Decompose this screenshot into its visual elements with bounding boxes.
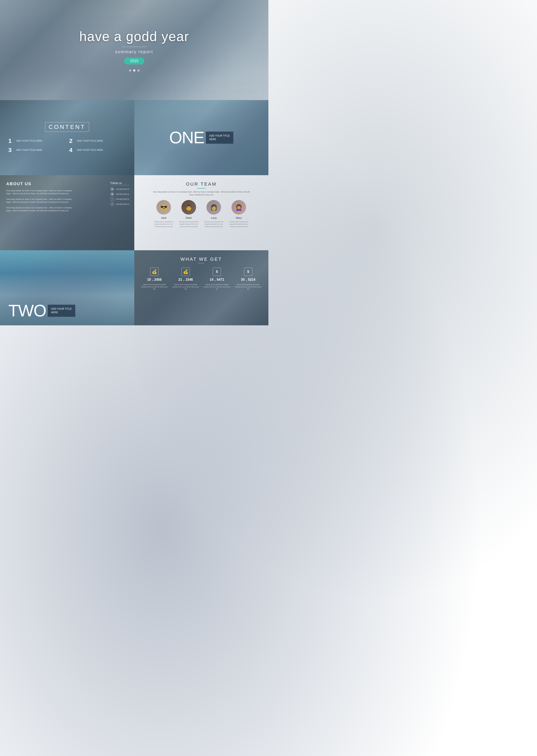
wwg-icon-3: $ [213, 268, 221, 276]
wwg-icon-2: 💰 [182, 268, 190, 276]
facebook-number: 123-023-230-12 [116, 198, 129, 200]
hero-year: 2015 [124, 58, 144, 64]
row-4: TWO ADD YOUR TITLE HERE WHAT WE GET 💰 10… [0, 250, 268, 325]
content-text-4: ADD YOUR TITLE HERE [77, 147, 103, 151]
content-num-3: 3 [8, 147, 15, 153]
content-num-4: 4 [69, 147, 75, 153]
wwg-icon-1: 💰 [150, 268, 158, 276]
phone-number: 123-023-230-12 [116, 188, 129, 190]
weibo-icon: 👁 [110, 202, 114, 206]
wwg-grid: 💰 10，2456 Add the text to describe this … [141, 268, 262, 290]
follow-facebook: f 123-023-230-12 [110, 197, 129, 201]
wwg-item-3: $ 14，5471 Add the text to describe this … [203, 268, 231, 290]
content-item-4: 4 ADD YOUR TITLE HERE [69, 147, 126, 153]
hero-subtitle: summary report [79, 49, 189, 54]
dot-1[interactable] [129, 69, 131, 71]
content-item-2: 2 ADD YOUR TITLE HERE [69, 138, 126, 144]
weibo-number: 123-023-230-12 [116, 203, 129, 205]
hero-dots [79, 69, 189, 71]
content-label: CONTENT [45, 122, 89, 132]
wechat-number: 123-023-230-12 [116, 193, 129, 195]
wwg-number-2: 21，1546 [179, 277, 193, 282]
facebook-icon: f [110, 197, 114, 201]
wwg-item-1: 💰 10，2456 Add the text to describe this … [141, 268, 169, 290]
two-word: TWO [8, 302, 46, 319]
wwg-desc-3: Add the text to describe this people int… [203, 284, 231, 290]
phone-icon: ☎ [110, 187, 114, 191]
wwg-desc-2: Add the text to describe this people int… [172, 284, 200, 290]
follow-title: Follow us [110, 182, 129, 185]
wwg-desc-4: Add the text to describe this people int… [234, 284, 262, 290]
content-num-1: 1 [8, 138, 15, 144]
wwg-item-4: $ 30，5214 Add the text to describe this … [234, 268, 262, 290]
wwg-icon-4: $ [244, 268, 252, 276]
follow-phone: ☎ 123-023-230-12 [110, 187, 129, 191]
content-item-1: 1 ADD YOUR TITLE HERE [8, 138, 65, 144]
wwg-title: WHAT WE GET [181, 257, 222, 262]
dot-3[interactable] [138, 69, 140, 71]
content-grid: 1 ADD YOUR TITLE HERE 2 ADD YOUR TITLE H… [8, 138, 126, 153]
wwg-item-2: 💰 21，1546 Add the text to describe this … [172, 268, 200, 290]
about-title: ABOUT US [6, 182, 73, 186]
two-box-text: ADD YOUR TITLE HERE [51, 307, 72, 314]
one-content: ONE ADD YOUR TITLE HERE [169, 129, 233, 146]
hero-title: have a godd year [79, 29, 189, 44]
follow-weibo: 👁 123-023-230-12 [110, 202, 129, 206]
content-num-2: 2 [69, 138, 75, 144]
hero-content: have a godd year summary report 2015 [79, 29, 189, 71]
one-box: ADD YOUR TITLE HERE [206, 132, 233, 144]
wechat-icon: 💬 [110, 192, 114, 196]
wwg-number-4: 30，5214 [241, 277, 255, 282]
slide-whatweget: WHAT WE GET 💰 10，2456 Add the text to de… [134, 250, 268, 325]
two-content: TWO ADD YOUR TITLE HERE [8, 302, 75, 319]
content-item-3: 3 ADD YOUR TITLE HERE [8, 147, 65, 153]
hero-divider [122, 47, 147, 47]
dot-2[interactable] [133, 69, 135, 71]
content-text-2: ADD YOUR TITLE HERE [77, 138, 103, 142]
wwg-desc-1: Add the text to describe this people int… [141, 284, 169, 290]
about-para-1: How many people our team or our company … [6, 189, 73, 195]
one-box-text: ADD YOUR TITLE HERE [209, 134, 230, 141]
wwg-number-1: 10，2456 [147, 277, 162, 282]
about-para-3: How many people our team or our company … [6, 206, 73, 212]
follow-section: Follow us ☎ 123-023-230-12 💬 123-023-230… [110, 182, 129, 207]
two-box: ADD YOUR TITLE HERE [48, 305, 75, 317]
one-word: ONE [169, 129, 204, 146]
content-text-3: ADD YOUR TITLE HERE [16, 147, 42, 151]
wwg-number-3: 14，5471 [210, 277, 224, 282]
about-para-2: How many people our team or our company … [6, 198, 73, 204]
content-text-1: ADD YOUR TITLE HERE [16, 138, 42, 142]
follow-wechat: 💬 123-023-230-12 [110, 192, 129, 196]
